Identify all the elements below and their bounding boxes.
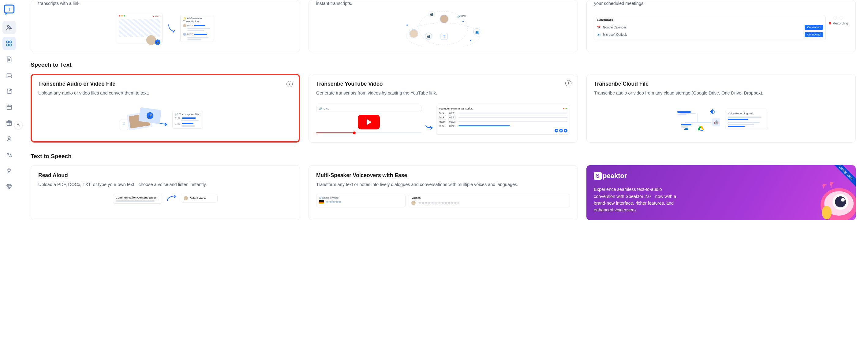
card-read-aloud[interactable]: Read Aloud Upload a PDF, DOCx, TXT, or t…	[31, 165, 300, 220]
tts-card-row: Read Aloud Upload a PDF, DOCx, TXT, or t…	[31, 165, 856, 220]
svg-point-27	[470, 40, 471, 41]
card-description: Upload a PDF, DOCx, TXT, or type your ow…	[38, 181, 292, 188]
nav-chat[interactable]	[2, 68, 16, 82]
card-title: Transcribe YouTube Video	[316, 81, 570, 87]
card-transcribe-youtube[interactable]: i Transcribe YouTube Video Generate tran…	[309, 74, 578, 142]
nav-team[interactable]	[2, 21, 16, 34]
svg-point-40	[835, 196, 846, 207]
stt-card-row: i Transcribe Audio or Video File Upload …	[31, 74, 856, 142]
recording-label: Recording	[833, 22, 848, 25]
transcription-file-label: Transcription File	[179, 113, 199, 116]
nav-calendar[interactable]	[2, 100, 16, 114]
url-label: URL	[461, 15, 466, 18]
flag-de-icon	[319, 200, 324, 204]
svg-point-14	[410, 30, 418, 38]
svg-point-26	[462, 21, 464, 22]
arrow-icon	[425, 109, 433, 131]
illustration-multispeaker: ⎍⎍⎍ Select Voice ⎍⎍⎍⎍⎍⎍⎍⎍⎍⎍ Voices ⎍⎍⎍⎍⎍…	[316, 192, 570, 207]
illustration-cloud: ⬖ ☁ 🤖 Voice Recording - 03	[594, 100, 848, 137]
arrow-icon	[166, 194, 177, 203]
calendars-title: Calendars	[597, 18, 823, 22]
card-description: Upload any audio or video files and conv…	[38, 90, 292, 96]
upload-icon: ↑	[123, 122, 125, 128]
svg-text:👥: 👥	[475, 30, 479, 34]
arrow-icon	[168, 22, 175, 34]
svg-text:T: T	[8, 6, 11, 12]
nav-account[interactable]	[2, 132, 16, 145]
top-feature-row: transcripts with a link. ●REC 📹 ✨ AI Gen…	[31, 0, 856, 52]
app-logo[interactable]: T	[2, 3, 16, 16]
info-icon[interactable]: i	[286, 81, 292, 87]
nav-translate[interactable]	[2, 148, 16, 162]
gdrive-icon	[697, 125, 705, 132]
svg-point-16	[440, 15, 448, 23]
nav-rewards[interactable]	[2, 116, 16, 130]
card-transcribe-cloud[interactable]: Transcribe Cloud File Transcribe audio o…	[586, 74, 856, 142]
svg-rect-6	[7, 44, 8, 46]
select-voice-label: Select Voice	[324, 196, 339, 199]
promo-description: Experience seamless text-to-audio conver…	[594, 186, 676, 213]
nav-premium[interactable]	[2, 180, 16, 193]
svg-point-2	[7, 25, 9, 27]
card-description: Generate transcripts from videos by past…	[316, 90, 570, 96]
mascot-icon	[810, 179, 856, 220]
top-card-calendar[interactable]: your scheduled meetings. Calendars 📅Goog…	[586, 0, 856, 52]
top-card-share[interactable]: transcripts with a link. ●REC 📹 ✨ AI Gen…	[31, 0, 300, 52]
card-title: Multi-Speaker Voiceovers with Ease	[316, 172, 570, 179]
chevron-right-icon: »	[17, 122, 20, 128]
nav-dashboard[interactable]	[2, 37, 16, 50]
sidebar-expand-button[interactable]: »	[14, 121, 23, 129]
select-voice-label: Select Voice	[190, 197, 206, 200]
svg-rect-4	[7, 41, 8, 43]
svg-marker-36	[699, 129, 704, 131]
youtube-play-icon	[358, 115, 380, 129]
illustration-upload: 🎤 ↑ 📄 Transcription File 01:12 01:12	[38, 100, 292, 137]
svg-point-28	[406, 25, 408, 26]
svg-rect-30	[677, 111, 691, 113]
dropbox-icon: ⬖	[709, 107, 716, 115]
connected-badge: Connected	[805, 32, 823, 37]
info-icon[interactable]: i	[565, 80, 571, 86]
nav-notes[interactable]	[2, 85, 16, 98]
connected-badge: Connected	[805, 25, 823, 30]
rec-label: REC	[155, 15, 160, 18]
card-description: Transcribe audio or video from any cloud…	[594, 90, 848, 96]
svg-point-41	[841, 198, 845, 202]
sidebar: T »	[0, 0, 18, 364]
yt-panel-title: Youtube - How to transcript...	[439, 107, 474, 110]
card-transcribe-file[interactable]: i Transcribe Audio or Video File Upload …	[31, 74, 300, 142]
illustration-calendar: Calendars 📅Google CalendarConnected 📧Mic…	[594, 10, 848, 46]
illus-caption: AI Generated Transcription	[183, 17, 204, 23]
section-title-tts: Text to Speech	[31, 153, 856, 160]
illustration-share: ●REC 📹 ✨ AI Generated Transcription 01:1…	[38, 10, 292, 46]
card-title: Read Aloud	[38, 172, 292, 179]
outlook-label: Microsoft Outlook	[603, 33, 802, 36]
card-description: Transform any text or notes into lively …	[316, 181, 570, 188]
top-card-instant[interactable]: instant transcripts. 📹 T 👥 📹 🔗URL	[309, 0, 578, 52]
main-content: transcripts with a link. ●REC 📹 ✨ AI Gen…	[18, 0, 868, 364]
svg-point-3	[9, 26, 11, 28]
svg-point-11	[8, 137, 10, 139]
card-title: Transcribe Audio or Video File	[38, 81, 292, 87]
voice-recording-label: Voice Recording - 03	[728, 112, 765, 115]
card-description: your scheduled meetings.	[594, 0, 848, 7]
illustration-network: 📹 T 👥 📹 🔗URL	[316, 10, 570, 46]
illustration-youtube: 🔗URL Youtube - How to transcript...●●● J…	[316, 100, 570, 137]
nav-integrations[interactable]	[2, 164, 16, 177]
svg-text:📹: 📹	[430, 12, 434, 16]
section-title-stt: Speech to Text	[31, 62, 856, 68]
google-calendar-label: Google Calendar	[603, 26, 802, 29]
svg-rect-5	[10, 41, 12, 43]
card-multi-speaker[interactable]: Multi-Speaker Voiceovers with Ease Trans…	[309, 165, 578, 220]
promo-speaktor[interactable]: Coming Soon Speaktor Experience seamless…	[586, 165, 856, 220]
content-speech-label: Communication Content Speech	[116, 196, 159, 199]
svg-rect-8	[7, 105, 12, 110]
card-description: transcripts with a link.	[38, 0, 292, 7]
nav-documents[interactable]	[2, 53, 16, 66]
card-title: Transcribe Cloud File	[594, 81, 848, 87]
svg-rect-31	[677, 114, 686, 115]
card-description: instant transcripts.	[316, 0, 570, 7]
svg-text:🔗: 🔗	[457, 14, 461, 18]
svg-rect-7	[10, 44, 12, 46]
svg-marker-35	[698, 126, 701, 131]
